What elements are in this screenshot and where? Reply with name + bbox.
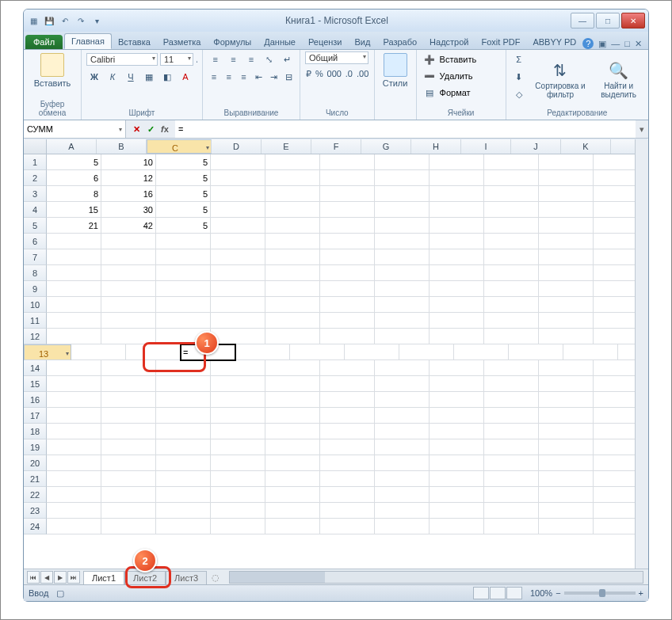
tab-insert[interactable]: Вставка: [112, 35, 157, 49]
cell-A17[interactable]: [47, 408, 101, 424]
cell-J17[interactable]: [539, 408, 594, 424]
cell-F5[interactable]: [320, 218, 375, 234]
cell-G9[interactable]: [375, 281, 430, 297]
cell-C19[interactable]: [156, 439, 211, 455]
vertical-scrollbar[interactable]: [635, 139, 648, 569]
cell-A3[interactable]: 8: [47, 186, 101, 202]
column-header-B[interactable]: B: [97, 139, 147, 154]
cell-I23[interactable]: [484, 503, 539, 519]
page-break-view-icon[interactable]: [506, 587, 522, 599]
cell-C3[interactable]: 5: [156, 186, 211, 202]
tab-foxit[interactable]: Foxit PDF: [475, 35, 527, 49]
cell-F12[interactable]: [320, 329, 375, 344]
cell-E22[interactable]: [265, 487, 320, 503]
cell-I7[interactable]: [484, 249, 539, 265]
sheet-tab-3[interactable]: Лист3: [166, 571, 207, 584]
cell-C24[interactable]: [156, 519, 211, 534]
cell-A11[interactable]: [47, 313, 101, 329]
cell-F4[interactable]: [320, 202, 375, 218]
cell-C22[interactable]: [156, 487, 211, 503]
sheet-prev-icon[interactable]: ◀: [40, 571, 53, 584]
cell-H17[interactable]: [430, 408, 484, 424]
cell-F19[interactable]: [320, 439, 375, 455]
cell-F20[interactable]: [320, 455, 375, 471]
cell-F16[interactable]: [320, 392, 375, 408]
cell-J3[interactable]: [539, 186, 594, 202]
insert-cell-icon[interactable]: ➕: [422, 51, 437, 67]
cell-F13[interactable]: [345, 344, 399, 360]
close-button[interactable]: ✕: [621, 13, 645, 29]
cell-D15[interactable]: [211, 376, 265, 392]
namebox-dropdown-icon[interactable]: ▾: [119, 126, 122, 133]
cell-F3[interactable]: [320, 186, 375, 202]
expand-formula-icon[interactable]: ▾: [636, 120, 648, 138]
zoom-out-icon[interactable]: −: [556, 588, 560, 598]
ribbon-min-icon[interactable]: —: [611, 39, 620, 48]
cell-B13[interactable]: [126, 344, 181, 360]
cell-B18[interactable]: [101, 424, 156, 439]
cell-E24[interactable]: [265, 519, 320, 534]
cell-B15[interactable]: [101, 376, 156, 392]
cell-B9[interactable]: [101, 281, 156, 297]
cell-C21[interactable]: [156, 471, 211, 487]
cell-F2[interactable]: [320, 170, 375, 186]
sheet-first-icon[interactable]: ⏮: [27, 571, 40, 584]
cell-B14[interactable]: [101, 360, 156, 376]
sheet-next-icon[interactable]: ▶: [54, 571, 67, 584]
cell-F9[interactable]: [320, 281, 375, 297]
cell-H19[interactable]: [430, 439, 484, 455]
row-header-6[interactable]: 6: [24, 234, 47, 249]
cell-G20[interactable]: [375, 455, 430, 471]
fill-icon[interactable]: ⬇: [511, 69, 527, 85]
cell-D6[interactable]: [211, 234, 265, 249]
fill-color-icon[interactable]: ◧: [159, 69, 175, 85]
cell-D24[interactable]: [211, 519, 265, 534]
cell-E3[interactable]: [265, 186, 320, 202]
cell-I16[interactable]: [484, 392, 539, 408]
cell-F21[interactable]: [320, 471, 375, 487]
cell-A7[interactable]: [47, 249, 101, 265]
align-bot-icon[interactable]: ≡: [243, 51, 259, 67]
cell-I12[interactable]: [484, 329, 539, 344]
row-header-2[interactable]: 2: [24, 170, 47, 186]
inc-indent-icon[interactable]: ⇥: [267, 69, 280, 85]
cell-C8[interactable]: [156, 265, 211, 281]
delete-cell-icon[interactable]: ➖: [422, 68, 437, 84]
cell-D3[interactable]: [211, 186, 265, 202]
cell-C14[interactable]: [156, 360, 211, 376]
cell-I15[interactable]: [484, 376, 539, 392]
cell-I2[interactable]: [484, 170, 539, 186]
font-name-select[interactable]: Calibri: [86, 53, 158, 66]
cell-J16[interactable]: [539, 392, 594, 408]
formula-input[interactable]: =: [175, 120, 636, 138]
horizontal-scrollbar[interactable]: [229, 571, 643, 584]
cell-A1[interactable]: 5: [47, 154, 101, 170]
cell-A23[interactable]: [47, 503, 101, 519]
cell-J12[interactable]: [539, 329, 594, 344]
cell-E12[interactable]: [265, 329, 320, 344]
row-header-3[interactable]: 3: [24, 186, 47, 202]
cell-D5[interactable]: [211, 218, 265, 234]
tab-addins[interactable]: Надстрой: [423, 35, 475, 49]
cell-B4[interactable]: 30: [101, 202, 156, 218]
cell-C23[interactable]: [156, 503, 211, 519]
cell-D19[interactable]: [211, 439, 265, 455]
tab-developer[interactable]: Разрабо: [376, 35, 423, 49]
find-select-button[interactable]: 🔍 Найти и выделить: [594, 51, 643, 108]
cell-G23[interactable]: [375, 503, 430, 519]
autosum-icon[interactable]: Σ: [511, 51, 527, 67]
cell-B22[interactable]: [101, 487, 156, 503]
tab-home[interactable]: Главная: [64, 33, 112, 49]
cell-I10[interactable]: [484, 297, 539, 313]
cell-F1[interactable]: [320, 154, 375, 170]
cell-C20[interactable]: [156, 455, 211, 471]
cell-E21[interactable]: [265, 471, 320, 487]
align-center-icon[interactable]: ≡: [223, 69, 235, 85]
cell-B24[interactable]: [101, 519, 156, 534]
cell-A20[interactable]: [47, 455, 101, 471]
align-mid-icon[interactable]: ≡: [226, 51, 242, 67]
cell-H8[interactable]: [430, 265, 484, 281]
row-header-7[interactable]: 7: [24, 249, 47, 265]
minimize-button[interactable]: —: [571, 13, 594, 29]
cell-D17[interactable]: [211, 408, 265, 424]
